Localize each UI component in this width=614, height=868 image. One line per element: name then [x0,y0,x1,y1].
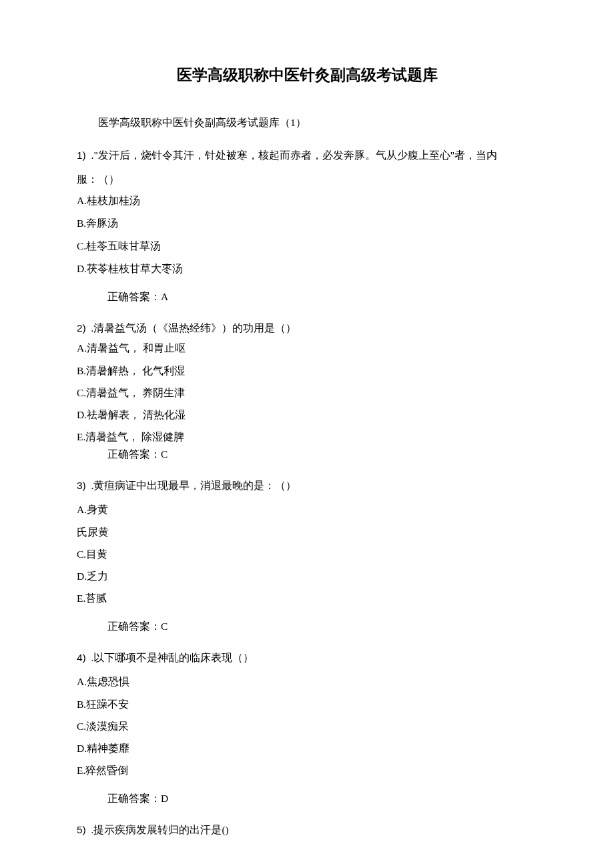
question-body: .黄疸病证中出现最早，消退最晚的是：（） [91,480,297,491]
option-c: C.桂苓五味甘草汤 [77,238,537,254]
question-body-line1: ."发汗后，烧针令其汗，针处被寒，核起而赤者，必发奔豚。气从少腹上至心"者，当内 [91,149,498,161]
option-b: 氏尿黄 [77,524,537,540]
correct-answer: 正确答案：C [77,618,537,634]
option-d: D.乏力 [77,568,537,584]
question-3: 3) .黄疸病证中出现最早，消退最晚的是：（） A.身黄 氏尿黄 C.目黄 D.… [77,475,537,634]
option-c: C.清暑益气， 养阴生津 [77,385,537,400]
question-1: 1) ."发汗后，烧针令其汗，针处被寒，核起而赤者，必发奔豚。气从少腹上至心"者… [77,145,537,304]
correct-answer: 正确答案：A [77,289,537,304]
option-e: E.苔腻 [77,590,537,606]
option-c: C.淡漠痴呆 [77,719,537,734]
option-b: B.奔豚汤 [77,215,537,231]
option-d: D.祛暑解表， 清热化湿 [77,407,537,422]
option-a: A.身黄 [77,502,537,517]
question-body: .提示疾病发展转归的出汗是() [91,824,229,835]
question-body-line2: 服：（） [77,171,537,187]
question-5: 5) .提示疾病发展转归的出汗是() [77,819,537,841]
question-text: 1) ."发汗后，烧针令其汗，针处被寒，核起而赤者，必发奔豚。气从少腹上至心"者… [77,145,537,167]
option-b: B.狂躁不安 [77,697,537,712]
question-number: 2) [77,322,86,334]
question-text: 4) .以下哪项不是神乱的临床表现（） [77,647,537,669]
option-e: E.猝然昏倒 [77,763,537,778]
question-number: 4) [77,652,86,663]
question-4: 4) .以下哪项不是神乱的临床表现（） A.焦虑恐惧 B.狂躁不安 C.淡漠痴呆… [77,647,537,806]
option-d: D.精神萎靡 [77,741,537,756]
page-title: 医学高级职称中医针灸副高级考试题库 [77,63,537,87]
question-text: 2) .清暑益气汤（《温热经纬》）的功用是（） [77,318,537,340]
option-d: D.茯苓桂枝甘草大枣汤 [77,261,537,276]
question-body: .清暑益气汤（《温热经纬》）的功用是（） [91,322,297,334]
question-text: 5) .提示疾病发展转归的出汗是() [77,819,537,841]
option-a: A.清暑益气， 和胃止呕 [77,340,537,356]
correct-answer: 正确答案：C [77,446,537,462]
question-number: 3) [77,480,86,491]
correct-answer: 正确答案：D [77,791,537,806]
question-2: 2) .清暑益气汤（《温热经纬》）的功用是（） A.清暑益气， 和胃止呕 B.清… [77,318,537,462]
option-c: C.目黄 [77,546,537,562]
question-number: 1) [77,149,86,161]
question-text: 3) .黄疸病证中出现最早，消退最晚的是：（） [77,475,537,497]
question-number: 5) [77,824,86,835]
option-e: E.清暑益气， 除湿健脾 [77,429,537,444]
question-body: .以下哪项不是神乱的临床表现（） [91,652,254,663]
option-a: A.焦虑恐惧 [77,674,537,689]
option-a: A.桂枝加桂汤 [77,193,537,208]
option-b: B.清暑解热， 化气利湿 [77,363,537,378]
intro-text: 医学高级职称中医针灸副高级考试题库（1） [77,115,537,130]
